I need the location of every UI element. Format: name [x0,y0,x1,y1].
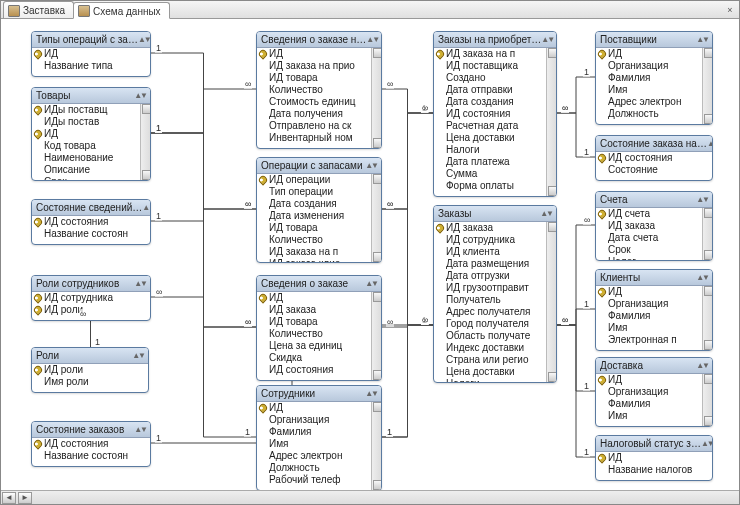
field[interactable]: Расчетная дата [434,120,546,132]
collapse-icon[interactable]: ▲▼ [707,139,712,148]
collapse-icon[interactable]: ▲▼ [132,351,144,360]
field[interactable]: Рабочий телеф [257,474,371,486]
field[interactable]: ИД заказа клие [257,258,371,262]
field[interactable]: Срок [596,244,702,256]
close-icon[interactable]: × [723,3,737,17]
field[interactable]: ИД [32,128,140,140]
field[interactable]: Организация [596,386,702,398]
field-list[interactable]: ИДОрганизацияФамилияИмяЭлектронная п [596,286,712,350]
field[interactable]: ИД состояния [257,364,371,376]
collapse-icon[interactable]: ▲▼ [696,361,708,370]
table-clients[interactable]: Клиенты▲▼ИДОрганизацияФамилияИмяЭлектрон… [595,269,713,351]
field[interactable]: ИД состояния [32,216,140,228]
field[interactable]: Дата создания [257,198,371,210]
field[interactable]: ИД сотрудника [32,292,140,304]
vertical-scrollbar[interactable] [546,222,556,382]
scroll-right-icon[interactable]: ► [18,492,32,504]
field[interactable]: Имя [596,410,702,422]
table-suppliers[interactable]: Поставщики▲▼ИДОрганизацияФамилияИмяАдрес… [595,31,713,125]
table-title[interactable]: Сотрудники▲▼ [257,386,381,402]
vertical-scrollbar[interactable] [546,48,556,196]
field[interactable]: ИД состояния [434,108,546,120]
field-list[interactable]: ИД состоянияНазвание состоян [32,216,150,244]
field[interactable]: Дата изменения [257,210,371,222]
field[interactable]: Наименование [32,152,140,164]
field[interactable]: Адрес электрон [257,450,371,462]
table-types_op[interactable]: Типы операций с за…▲▼ИДНазвание типа [31,31,151,77]
field[interactable]: ИД заказа на прио [257,60,371,72]
collapse-icon[interactable]: ▲▼ [366,35,378,44]
tab-0[interactable]: Заставка [3,1,74,18]
vertical-scrollbar[interactable] [702,48,712,124]
field[interactable]: ИД заказа [257,304,371,316]
table-title[interactable]: Налоговый статус з…▲▼ [596,436,712,452]
table-title[interactable]: Поставщики▲▼ [596,32,712,48]
field[interactable]: ИД товара [257,316,371,328]
collapse-icon[interactable]: ▲▼ [134,425,146,434]
field[interactable]: Должность [596,108,702,120]
relationships-canvas[interactable]: Типы операций с за…▲▼ИДНазвание типаТова… [1,19,739,490]
field-list[interactable]: ИДНазвание типа [32,48,150,76]
field-list[interactable]: ИДНазвание налогов [596,452,712,480]
field[interactable]: Срок [32,176,140,180]
field[interactable]: ИД [32,48,140,60]
field[interactable]: Инвентарный ном [257,132,371,144]
collapse-icon[interactable]: ▲▼ [696,273,708,282]
field[interactable]: Фамилия [257,426,371,438]
field[interactable]: Название состоян [32,228,140,240]
table-purchase_orders[interactable]: Заказы на приобрет…▲▼ИД заказа на пИД по… [433,31,557,197]
horizontal-scrollbar[interactable]: ◄ ► [1,490,739,504]
field[interactable]: Налог [596,256,702,260]
vertical-scrollbar[interactable] [702,374,712,426]
field[interactable]: Скидка [257,352,371,364]
field[interactable]: Дата размещения [434,258,546,270]
field[interactable]: Дата получения [257,108,371,120]
field[interactable]: ИДы постав [32,116,140,128]
field[interactable]: Цена доставки [434,366,546,378]
field-list[interactable]: ИД ролиИмя роли [32,364,148,392]
vertical-scrollbar[interactable] [140,104,150,180]
field[interactable]: ИД товара [257,222,371,234]
collapse-icon[interactable]: ▲▼ [365,389,377,398]
field[interactable]: Налоги [434,378,546,382]
field[interactable]: Тип операции [257,186,371,198]
field[interactable]: ИД заказа [596,220,702,232]
tab-1[interactable]: Схема данных [73,2,170,19]
vertical-scrollbar[interactable] [371,292,381,380]
field[interactable]: Код товара [32,140,140,152]
field[interactable]: ИД роли [32,364,138,376]
field[interactable]: ИД операции [257,174,371,186]
table-title[interactable]: Заказы▲▼ [434,206,556,222]
field[interactable]: Создано [434,72,546,84]
table-order_info[interactable]: Сведения о заказе▲▼ИДИД заказаИД товараК… [256,275,382,381]
table-roles_emp[interactable]: Роли сотрудников▲▼ИД сотрудникаИД роли [31,275,151,321]
field-list[interactable]: ИДы поставщИДы поставИДКод товараНаимено… [32,104,150,180]
table-title[interactable]: Состояние заказа на…▲▼ [596,136,712,152]
field[interactable]: ИД заказа [434,222,546,234]
vertical-scrollbar[interactable] [371,48,381,148]
field[interactable]: ИД [596,452,702,464]
field-list[interactable]: ИД состоянияНазвание состоян [32,438,150,466]
field-list[interactable]: ИД сотрудникаИД роли [32,292,150,320]
field[interactable]: ИД [596,374,702,386]
field[interactable]: Имя [596,322,702,334]
field[interactable]: Сумма [434,168,546,180]
collapse-icon[interactable]: ▲▼ [541,35,553,44]
field-list[interactable]: ИД заказаИД сотрудникаИД клиентаДата раз… [434,222,556,382]
field[interactable]: Название состоян [32,450,140,462]
field[interactable]: Город получателя [434,318,546,330]
field[interactable]: Дата счета [596,232,702,244]
field[interactable]: Имя [257,438,371,450]
table-employees[interactable]: Сотрудники▲▼ИДОрганизацияФамилияИмяАдрес… [256,385,382,490]
field[interactable]: ИД заказа на п [257,246,371,258]
field[interactable]: Организация [596,298,702,310]
field[interactable]: Фамилия [596,398,702,410]
field[interactable]: Индекс доставки [434,342,546,354]
vertical-scrollbar[interactable] [371,174,381,262]
table-title[interactable]: Операции с запасами▲▼ [257,158,381,174]
collapse-icon[interactable]: ▲▼ [540,209,552,218]
table-title[interactable]: Состояние сведений…▲▼ [32,200,150,216]
field[interactable]: Количество [257,234,371,246]
field[interactable]: Количество [257,328,371,340]
field[interactable]: ИД состояния [32,438,140,450]
